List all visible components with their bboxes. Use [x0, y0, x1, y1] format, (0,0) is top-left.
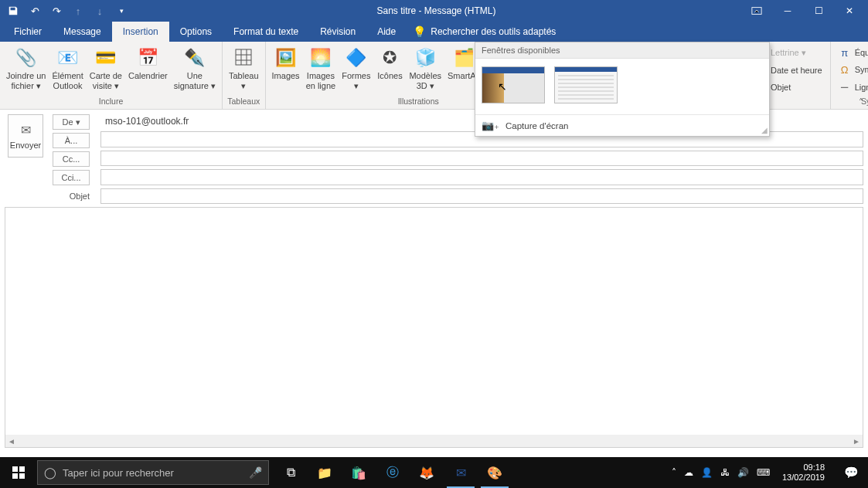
- subject-label: Objet: [53, 188, 90, 204]
- send-button[interactable]: ✉ Envoyer: [8, 114, 43, 158]
- models3d-button[interactable]: 🧊Modèles 3D ▾: [406, 43, 444, 93]
- task-icons: ⧉ 📁 🛍️ ⓔ 🦊 ✉ 🎨: [274, 457, 512, 488]
- resize-grip-icon[interactable]: ◢: [761, 126, 768, 134]
- group-label-tableaux: Tableaux: [223, 97, 265, 109]
- images-online-button[interactable]: 🌅Images en ligne: [303, 43, 339, 93]
- signature-icon: ✒️: [182, 45, 207, 69]
- window-thumbnail-1[interactable]: [482, 66, 545, 103]
- collapse-ribbon-button[interactable]: ˄: [859, 97, 863, 107]
- scroll-track[interactable]: [18, 435, 850, 447]
- qat-up-icon[interactable]: ↑: [68, 2, 88, 20]
- capture-dropdown-panel: Fenêtres disponibles 📷₊ Capture d'écran …: [475, 42, 770, 137]
- cc-button[interactable]: Cc...: [53, 151, 90, 167]
- horizontal-scrollbar[interactable]: ◄ ►: [5, 435, 863, 447]
- business-card-button[interactable]: 💳Carte de visite ▾: [87, 43, 125, 93]
- tab-message[interactable]: Message: [53, 22, 112, 42]
- ribbon: 📎Joindre un fichier ▾ 📧Élément Outlook 💳…: [0, 42, 868, 110]
- cc-input[interactable]: [100, 151, 863, 166]
- qat-customize-button[interactable]: ▾: [111, 2, 131, 20]
- from-button[interactable]: De ▾: [53, 114, 90, 130]
- table-button[interactable]: Tableau ▾: [226, 43, 262, 93]
- tab-options[interactable]: Options: [169, 22, 223, 42]
- pi-icon: π: [839, 47, 851, 59]
- lightbulb-icon: 💡: [413, 25, 426, 38]
- svg-rect-1: [236, 49, 251, 65]
- taskbar-outlook[interactable]: ✉: [444, 457, 478, 488]
- taskbar-clock[interactable]: 09:18 13/02/2019: [778, 463, 829, 483]
- window-controls: ─ ☐ ✕: [741, 0, 865, 22]
- tray-keyboard-icon[interactable]: ⌨: [757, 467, 770, 478]
- ribbon-display-button[interactable]: [741, 0, 772, 22]
- maximize-button[interactable]: ☐: [803, 0, 834, 22]
- search-circle-icon: ◯: [44, 466, 56, 479]
- minimize-button[interactable]: ─: [772, 0, 803, 22]
- icons-button[interactable]: ✪Icônes: [373, 43, 406, 83]
- action-center-button[interactable]: 💬: [837, 457, 865, 488]
- image-online-icon: 🌅: [308, 45, 333, 69]
- ribbon-tabs: Fichier Message Insertion Options Format…: [0, 22, 868, 42]
- paperclip-icon: 📎: [14, 45, 39, 69]
- cci-button[interactable]: Cci...: [53, 170, 90, 185]
- image-icon: 🖼️: [274, 45, 298, 69]
- svg-rect-5: [19, 473, 25, 479]
- outlook-item-button[interactable]: 📧Élément Outlook: [49, 43, 86, 93]
- close-button[interactable]: ✕: [834, 0, 865, 22]
- tell-me-label: Rechercher des outils adaptés: [431, 26, 556, 37]
- tab-revision[interactable]: Révision: [309, 22, 366, 42]
- tab-insertion[interactable]: Insertion: [112, 22, 169, 42]
- taskbar-edge[interactable]: ⓔ: [376, 457, 410, 488]
- shapes-button[interactable]: 🔷Formes ▾: [339, 43, 373, 93]
- svg-rect-2: [12, 466, 18, 472]
- tray-volume-icon[interactable]: 🔊: [737, 467, 749, 478]
- group-inclure: 📎Joindre un fichier ▾ 📧Élément Outlook 💳…: [0, 42, 223, 109]
- equation-button[interactable]: πÉquation ▾: [834, 45, 868, 61]
- taskbar-store[interactable]: 🛍️: [342, 457, 376, 488]
- message-body[interactable]: ◄ ►: [5, 207, 863, 448]
- attach-file-button[interactable]: 📎Joindre un fichier ▾: [3, 43, 49, 93]
- start-button[interactable]: [0, 457, 37, 488]
- tab-format[interactable]: Format du texte: [223, 22, 309, 42]
- taskbar-paint[interactable]: 🎨: [478, 457, 512, 488]
- to-button[interactable]: À...: [53, 133, 90, 148]
- tab-aide[interactable]: Aide: [366, 22, 407, 42]
- card-icon: 💳: [94, 45, 118, 69]
- microphone-icon[interactable]: 🎤: [249, 466, 262, 479]
- table-icon: [231, 45, 256, 69]
- images-button[interactable]: 🖼️Images: [269, 43, 303, 83]
- cci-input[interactable]: [100, 169, 863, 185]
- send-label: Envoyer: [10, 141, 41, 150]
- shapes-icon: 🔷: [344, 45, 369, 69]
- tray-network-icon[interactable]: 🖧: [720, 467, 730, 478]
- taskbar-firefox[interactable]: 🦊: [410, 457, 444, 488]
- svg-rect-3: [19, 466, 25, 472]
- send-icon: ✉: [21, 123, 31, 137]
- taskbar-explorer[interactable]: 📁: [308, 457, 342, 488]
- capture-thumbnails: [475, 59, 769, 114]
- taskbar-search[interactable]: ◯ Taper ici pour rechercher 🎤: [37, 460, 269, 485]
- qat-down-icon[interactable]: ↓: [90, 2, 110, 20]
- tell-me-search[interactable]: 💡Rechercher des outils adaptés: [407, 22, 562, 42]
- calendar-button[interactable]: 📅Calendrier: [125, 43, 171, 83]
- tab-file[interactable]: Fichier: [3, 22, 53, 42]
- tray-chevron-up-icon[interactable]: ˄: [672, 467, 676, 478]
- window-thumbnail-2[interactable]: [554, 66, 618, 103]
- symbol-button[interactable]: ΩSymbole ▾: [834, 62, 868, 78]
- taskbar: ◯ Taper ici pour rechercher 🎤 ⧉ 📁 🛍️ ⓔ 🦊…: [0, 457, 868, 488]
- scroll-left-button[interactable]: ◄: [5, 435, 18, 447]
- task-view-button[interactable]: ⧉: [274, 457, 308, 488]
- envelope-icon: 📧: [56, 45, 80, 69]
- screen-clipping-button[interactable]: 📷₊ Capture d'écran: [475, 114, 769, 136]
- smartart-icon: 🗂️: [452, 45, 477, 69]
- scroll-right-button[interactable]: ►: [850, 435, 863, 447]
- signature-button[interactable]: ✒️Une signature ▾: [171, 43, 219, 93]
- title-bar: ↶ ↷ ↑ ↓ ▾ Sans titre - Message (HTML) ─ …: [0, 0, 868, 22]
- tray-onedrive-icon[interactable]: ☁: [684, 467, 693, 478]
- cube-icon: 🧊: [413, 45, 437, 69]
- redo-button[interactable]: ↷: [46, 2, 66, 20]
- tray-people-icon[interactable]: 👤: [701, 467, 713, 478]
- subject-input[interactable]: [100, 188, 863, 204]
- save-button[interactable]: [3, 2, 23, 20]
- hr-button[interactable]: ─Ligne horizontale: [834, 79, 868, 95]
- system-tray: ˄ ☁ 👤 🖧 🔊 ⌨ 09:18 13/02/2019 💬: [672, 457, 868, 488]
- undo-button[interactable]: ↶: [25, 2, 45, 20]
